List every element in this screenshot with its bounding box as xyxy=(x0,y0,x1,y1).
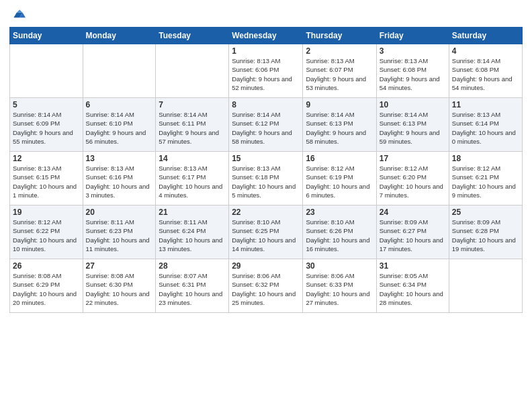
day-cell: 16Sunrise: 8:12 AM Sunset: 6:19 PM Dayli… xyxy=(303,152,376,205)
day-info: Sunrise: 8:09 AM Sunset: 6:27 PM Dayligh… xyxy=(380,218,446,253)
day-number: 11 xyxy=(452,100,519,109)
week-row-1: 1Sunrise: 8:13 AM Sunset: 6:06 PM Daylig… xyxy=(10,44,523,98)
day-number: 12 xyxy=(13,154,80,163)
day-info: Sunrise: 8:12 AM Sunset: 6:21 PM Dayligh… xyxy=(452,164,519,199)
day-number: 8 xyxy=(232,100,300,109)
day-info: Sunrise: 8:08 AM Sunset: 6:30 PM Dayligh… xyxy=(86,271,153,307)
day-info: Sunrise: 8:12 AM Sunset: 6:20 PM Dayligh… xyxy=(380,164,446,199)
day-number: 4 xyxy=(452,46,519,56)
day-cell: 31Sunrise: 8:05 AM Sunset: 6:34 PM Dayli… xyxy=(376,259,449,313)
day-info: Sunrise: 8:12 AM Sunset: 6:19 PM Dayligh… xyxy=(306,164,373,199)
day-info: Sunrise: 8:13 AM Sunset: 6:07 PM Dayligh… xyxy=(306,56,373,92)
day-cell: 10Sunrise: 8:14 AM Sunset: 6:13 PM Dayli… xyxy=(376,98,449,152)
logo xyxy=(9,7,26,21)
day-cell: 17Sunrise: 8:12 AM Sunset: 6:20 PM Dayli… xyxy=(376,152,449,205)
day-info: Sunrise: 8:14 AM Sunset: 6:12 PM Dayligh… xyxy=(232,110,300,146)
day-number: 9 xyxy=(306,100,373,109)
weekday-header-friday: Friday xyxy=(376,28,449,44)
day-info: Sunrise: 8:05 AM Sunset: 6:34 PM Dayligh… xyxy=(380,271,446,307)
weekday-header-sunday: Sunday xyxy=(10,28,83,44)
day-cell: 8Sunrise: 8:14 AM Sunset: 6:12 PM Daylig… xyxy=(229,98,303,152)
day-info: Sunrise: 8:13 AM Sunset: 6:18 PM Dayligh… xyxy=(232,164,300,199)
day-number: 20 xyxy=(86,208,153,217)
day-cell: 21Sunrise: 8:11 AM Sunset: 6:24 PM Dayli… xyxy=(156,205,229,259)
day-number: 18 xyxy=(452,154,519,163)
weekday-header-wednesday: Wednesday xyxy=(229,28,303,44)
week-row-4: 19Sunrise: 8:12 AM Sunset: 6:22 PM Dayli… xyxy=(10,205,523,259)
day-cell: 9Sunrise: 8:14 AM Sunset: 6:13 PM Daylig… xyxy=(303,98,376,152)
day-cell: 19Sunrise: 8:12 AM Sunset: 6:22 PM Dayli… xyxy=(10,205,83,259)
day-number: 10 xyxy=(380,100,446,109)
day-cell: 11Sunrise: 8:13 AM Sunset: 6:14 PM Dayli… xyxy=(449,98,522,152)
day-info: Sunrise: 8:11 AM Sunset: 6:24 PM Dayligh… xyxy=(159,218,226,253)
weekday-header-row: SundayMondayTuesdayWednesdayThursdayFrid… xyxy=(10,28,523,44)
day-cell xyxy=(10,44,83,98)
header xyxy=(9,7,523,21)
day-cell: 2Sunrise: 8:13 AM Sunset: 6:07 PM Daylig… xyxy=(303,44,376,98)
day-info: Sunrise: 8:14 AM Sunset: 6:08 PM Dayligh… xyxy=(452,56,519,92)
day-info: Sunrise: 8:14 AM Sunset: 6:10 PM Dayligh… xyxy=(86,110,153,146)
day-info: Sunrise: 8:13 AM Sunset: 6:15 PM Dayligh… xyxy=(13,164,80,199)
day-info: Sunrise: 8:08 AM Sunset: 6:29 PM Dayligh… xyxy=(13,271,80,307)
day-number: 22 xyxy=(232,208,300,217)
day-info: Sunrise: 8:07 AM Sunset: 6:31 PM Dayligh… xyxy=(159,271,226,307)
day-info: Sunrise: 8:12 AM Sunset: 6:22 PM Dayligh… xyxy=(13,218,80,253)
day-cell xyxy=(449,259,522,313)
day-cell: 29Sunrise: 8:06 AM Sunset: 6:32 PM Dayli… xyxy=(229,259,303,313)
day-cell: 3Sunrise: 8:13 AM Sunset: 6:08 PM Daylig… xyxy=(376,44,449,98)
calendar: SundayMondayTuesdayWednesdayThursdayFrid… xyxy=(9,27,523,313)
day-number: 26 xyxy=(13,261,80,271)
day-cell: 30Sunrise: 8:06 AM Sunset: 6:33 PM Dayli… xyxy=(303,259,376,313)
day-number: 16 xyxy=(306,154,373,163)
weekday-header-saturday: Saturday xyxy=(449,28,522,44)
day-cell: 5Sunrise: 8:14 AM Sunset: 6:09 PM Daylig… xyxy=(10,98,83,152)
day-info: Sunrise: 8:13 AM Sunset: 6:14 PM Dayligh… xyxy=(452,110,519,146)
day-number: 2 xyxy=(306,46,373,56)
day-info: Sunrise: 8:11 AM Sunset: 6:23 PM Dayligh… xyxy=(86,218,153,253)
day-number: 15 xyxy=(232,154,300,163)
day-number: 3 xyxy=(380,46,446,56)
day-number: 31 xyxy=(380,261,446,271)
weekday-header-thursday: Thursday xyxy=(303,28,376,44)
day-number: 7 xyxy=(159,100,226,109)
day-info: Sunrise: 8:13 AM Sunset: 6:17 PM Dayligh… xyxy=(159,164,226,199)
day-info: Sunrise: 8:10 AM Sunset: 6:26 PM Dayligh… xyxy=(306,218,373,253)
day-info: Sunrise: 8:06 AM Sunset: 6:32 PM Dayligh… xyxy=(232,271,300,307)
day-info: Sunrise: 8:13 AM Sunset: 6:08 PM Dayligh… xyxy=(380,56,446,92)
day-cell xyxy=(156,44,229,98)
day-number: 28 xyxy=(159,261,226,271)
day-info: Sunrise: 8:13 AM Sunset: 6:16 PM Dayligh… xyxy=(86,164,153,199)
day-info: Sunrise: 8:14 AM Sunset: 6:13 PM Dayligh… xyxy=(306,110,373,146)
day-info: Sunrise: 8:14 AM Sunset: 6:13 PM Dayligh… xyxy=(380,110,446,146)
day-number: 19 xyxy=(13,208,80,217)
day-info: Sunrise: 8:06 AM Sunset: 6:33 PM Dayligh… xyxy=(306,271,373,307)
day-cell: 24Sunrise: 8:09 AM Sunset: 6:27 PM Dayli… xyxy=(376,205,449,259)
day-number: 21 xyxy=(159,208,226,217)
day-number: 24 xyxy=(380,208,446,217)
day-number: 5 xyxy=(13,100,80,109)
day-cell: 4Sunrise: 8:14 AM Sunset: 6:08 PM Daylig… xyxy=(449,44,522,98)
day-cell: 15Sunrise: 8:13 AM Sunset: 6:18 PM Dayli… xyxy=(229,152,303,205)
day-cell: 7Sunrise: 8:14 AM Sunset: 6:11 PM Daylig… xyxy=(156,98,229,152)
day-cell: 20Sunrise: 8:11 AM Sunset: 6:23 PM Dayli… xyxy=(83,205,156,259)
day-info: Sunrise: 8:14 AM Sunset: 6:09 PM Dayligh… xyxy=(13,110,80,146)
day-cell: 18Sunrise: 8:12 AM Sunset: 6:21 PM Dayli… xyxy=(449,152,522,205)
day-number: 17 xyxy=(380,154,446,163)
day-cell: 13Sunrise: 8:13 AM Sunset: 6:16 PM Dayli… xyxy=(83,152,156,205)
day-cell: 27Sunrise: 8:08 AM Sunset: 6:30 PM Dayli… xyxy=(83,259,156,313)
day-number: 25 xyxy=(452,208,519,217)
day-cell: 1Sunrise: 8:13 AM Sunset: 6:06 PM Daylig… xyxy=(229,44,303,98)
day-cell: 23Sunrise: 8:10 AM Sunset: 6:26 PM Dayli… xyxy=(303,205,376,259)
day-cell: 28Sunrise: 8:07 AM Sunset: 6:31 PM Dayli… xyxy=(156,259,229,313)
page: SundayMondayTuesdayWednesdayThursdayFrid… xyxy=(0,0,532,411)
day-number: 6 xyxy=(86,100,153,109)
day-number: 30 xyxy=(306,261,373,271)
day-cell: 26Sunrise: 8:08 AM Sunset: 6:29 PM Dayli… xyxy=(10,259,83,313)
day-cell: 22Sunrise: 8:10 AM Sunset: 6:25 PM Dayli… xyxy=(229,205,303,259)
day-cell xyxy=(83,44,156,98)
weekday-header-monday: Monday xyxy=(83,28,156,44)
day-info: Sunrise: 8:10 AM Sunset: 6:25 PM Dayligh… xyxy=(232,218,300,253)
week-row-2: 5Sunrise: 8:14 AM Sunset: 6:09 PM Daylig… xyxy=(10,98,523,152)
day-cell: 25Sunrise: 8:09 AM Sunset: 6:28 PM Dayli… xyxy=(449,205,522,259)
day-number: 23 xyxy=(306,208,373,217)
